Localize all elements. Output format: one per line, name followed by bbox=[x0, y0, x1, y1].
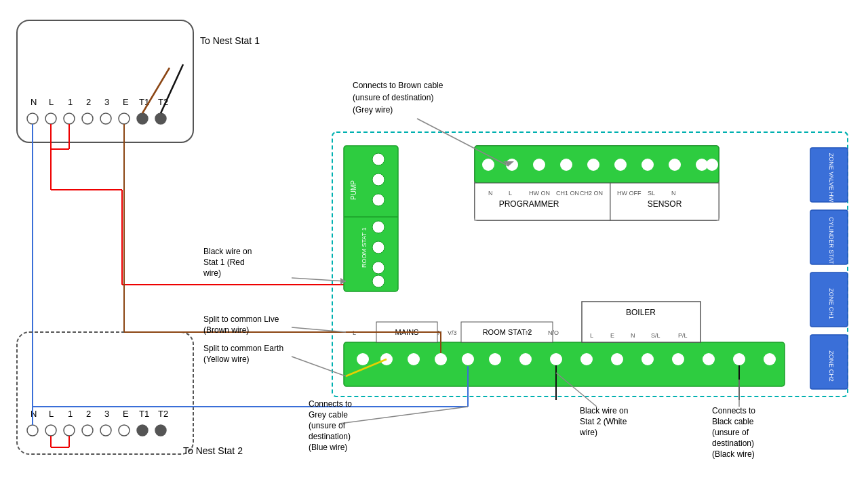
svg-text:CH2 ON: CH2 ON bbox=[580, 190, 603, 197]
svg-text:(Blue wire): (Blue wire) bbox=[309, 443, 347, 452]
svg-text:(Grey wire): (Grey wire) bbox=[353, 105, 393, 115]
svg-point-100 bbox=[672, 353, 684, 365]
svg-point-60 bbox=[372, 221, 384, 233]
svg-text:PUMP: PUMP bbox=[350, 180, 357, 200]
svg-point-97 bbox=[580, 353, 593, 365]
svg-text:CYLINDER STAT: CYLINDER STAT bbox=[828, 217, 835, 264]
annotation-black-stat2: Black wire on bbox=[580, 406, 628, 415]
svg-text:destination): destination) bbox=[712, 439, 754, 448]
svg-text:ROOM STAT 1: ROOM STAT 1 bbox=[361, 227, 368, 268]
svg-point-89 bbox=[357, 353, 369, 365]
svg-point-70 bbox=[587, 159, 599, 171]
svg-text:L: L bbox=[49, 409, 54, 419]
annotation-split-earth: Split to common Earth bbox=[203, 344, 283, 353]
svg-point-58 bbox=[372, 174, 384, 186]
svg-point-72 bbox=[642, 159, 654, 171]
svg-text:wire): wire) bbox=[579, 428, 597, 437]
svg-text:SENSOR: SENSOR bbox=[648, 199, 682, 209]
svg-text:P/L: P/L bbox=[678, 332, 688, 339]
svg-point-68 bbox=[533, 159, 545, 171]
svg-text:S/L: S/L bbox=[651, 332, 660, 339]
svg-point-96 bbox=[550, 353, 562, 365]
svg-point-47 bbox=[137, 425, 148, 436]
svg-text:wire): wire) bbox=[203, 268, 221, 278]
svg-text:(Brown wire): (Brown wire) bbox=[203, 325, 249, 335]
svg-text:N: N bbox=[31, 409, 37, 419]
svg-text:BOILER: BOILER bbox=[626, 308, 656, 317]
svg-text:PROGRAMMER: PROGRAMMER bbox=[499, 199, 559, 209]
svg-text:L: L bbox=[509, 190, 512, 197]
svg-text:2: 2 bbox=[86, 97, 91, 107]
svg-text:Black cable: Black cable bbox=[712, 417, 754, 426]
svg-text:1: 1 bbox=[68, 409, 73, 419]
svg-text:HW ON: HW ON bbox=[529, 190, 550, 197]
svg-text:(Black wire): (Black wire) bbox=[712, 449, 755, 459]
svg-point-61 bbox=[372, 241, 384, 253]
annotation-black-stat1: Black wire on bbox=[203, 247, 252, 256]
svg-text:Stat 1 (Red: Stat 1 (Red bbox=[203, 258, 245, 267]
svg-point-17 bbox=[137, 113, 148, 124]
svg-text:N: N bbox=[488, 190, 493, 197]
annotation-black-cable: Connects to bbox=[712, 406, 755, 415]
svg-text:T1: T1 bbox=[139, 409, 149, 419]
svg-text:L: L bbox=[49, 97, 54, 107]
svg-text:3: 3 bbox=[104, 97, 109, 107]
svg-text:(unsure of: (unsure of bbox=[712, 428, 749, 437]
svg-point-98 bbox=[611, 353, 623, 365]
room-stat-2-label: ROOM STAT 2 bbox=[483, 328, 532, 336]
svg-point-62 bbox=[372, 262, 384, 274]
svg-text:(Yellow wire): (Yellow wire) bbox=[203, 354, 250, 364]
svg-point-91 bbox=[408, 353, 420, 365]
svg-text:destination): destination) bbox=[309, 432, 351, 441]
svg-point-93 bbox=[462, 353, 474, 365]
svg-text:T2: T2 bbox=[158, 409, 168, 419]
svg-text:N: N bbox=[631, 332, 635, 339]
annotation-split-live: Split to common Live bbox=[203, 314, 279, 324]
svg-point-99 bbox=[642, 353, 654, 365]
svg-text:ZONE CH1: ZONE CH1 bbox=[828, 288, 835, 319]
svg-point-94 bbox=[489, 353, 501, 365]
svg-point-102 bbox=[733, 353, 745, 365]
svg-text:(unsure of: (unsure of bbox=[309, 421, 346, 430]
svg-text:SL: SL bbox=[648, 190, 655, 197]
svg-text:E: E bbox=[123, 97, 129, 107]
svg-text:N: N bbox=[671, 190, 676, 197]
svg-text:2: 2 bbox=[86, 409, 91, 419]
svg-point-48 bbox=[155, 425, 166, 436]
svg-text:Grey cable: Grey cable bbox=[309, 410, 348, 420]
svg-text:N/O: N/O bbox=[548, 329, 559, 336]
svg-point-103 bbox=[764, 353, 776, 365]
svg-text:N: N bbox=[526, 329, 530, 336]
nest-stat-1-label: To Nest Stat 1 bbox=[200, 35, 260, 46]
svg-point-75 bbox=[706, 159, 718, 171]
svg-text:E: E bbox=[123, 409, 129, 419]
svg-rect-53 bbox=[344, 146, 398, 291]
svg-point-71 bbox=[614, 159, 627, 171]
svg-point-92 bbox=[435, 353, 447, 365]
svg-point-63 bbox=[372, 275, 384, 287]
svg-point-66 bbox=[482, 159, 494, 171]
svg-text:3: 3 bbox=[104, 409, 109, 419]
nest-stat-2-label: To Nest Stat 2 bbox=[183, 445, 243, 456]
svg-text:CH1 ON: CH1 ON bbox=[556, 190, 579, 197]
annotation-brown-cable: Connects to Brown cable bbox=[353, 81, 443, 90]
svg-text:V/3: V/3 bbox=[448, 329, 457, 336]
svg-text:E: E bbox=[610, 332, 614, 339]
svg-text:ZONE VALVE HWS: ZONE VALVE HWS bbox=[828, 153, 835, 207]
svg-point-69 bbox=[560, 159, 572, 171]
svg-point-101 bbox=[703, 353, 715, 365]
svg-text:N: N bbox=[31, 97, 37, 107]
svg-text:HW OFF: HW OFF bbox=[617, 190, 642, 197]
svg-point-73 bbox=[669, 159, 681, 171]
annotation-grey-cable: Connects to bbox=[309, 399, 352, 409]
svg-point-18 bbox=[155, 113, 166, 124]
svg-text:(unsure of destination): (unsure of destination) bbox=[353, 93, 433, 102]
svg-point-95 bbox=[519, 353, 532, 365]
svg-text:ZONE CH2: ZONE CH2 bbox=[828, 350, 835, 382]
svg-point-59 bbox=[372, 194, 384, 206]
svg-text:Stat 2 (White: Stat 2 (White bbox=[580, 417, 627, 426]
svg-text:L: L bbox=[590, 332, 593, 339]
svg-text:1: 1 bbox=[68, 97, 73, 107]
svg-point-57 bbox=[372, 153, 384, 165]
